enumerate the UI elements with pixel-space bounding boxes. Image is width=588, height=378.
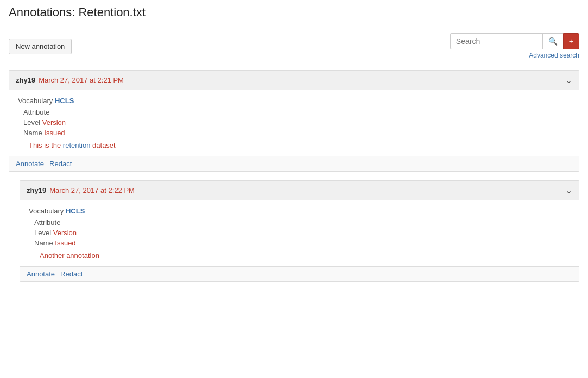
vocabulary-value: HCLS (66, 207, 85, 215)
annotation-body: Vocabulary HCLSAttributeLevel VersionNam… (20, 200, 579, 266)
advanced-search-link[interactable]: Advanced search (529, 52, 579, 59)
level-label: Level (34, 229, 53, 237)
annotation-footer: AnnotateRedact (20, 266, 579, 281)
annotation-user: zhy19 (27, 186, 46, 194)
annotation-header: zhy19March 27, 2017 at 2:21 PM⌄ (9, 71, 579, 90)
name-row: Name Issued (23, 129, 570, 137)
annotations-list: zhy19March 27, 2017 at 2:21 PM⌄Vocabular… (9, 70, 579, 282)
redact-link[interactable]: Redact (60, 270, 83, 278)
vocabulary-value: HCLS (55, 97, 74, 105)
name-value: Issued (55, 239, 75, 247)
name-row: Name Issued (34, 239, 570, 247)
annotate-link[interactable]: Annotate (27, 270, 55, 278)
annotation-user: zhy19 (16, 76, 35, 84)
annotation-text: This is the retention dataset (29, 141, 570, 149)
search-area: 🔍 + Advanced search (450, 33, 579, 59)
name-label: Name (34, 239, 55, 247)
annotation-footer: AnnotateRedact (9, 156, 579, 171)
annotation-date: March 27, 2017 at 2:22 PM (49, 186, 135, 194)
page-title: Annotations: Retention.txt (9, 5, 579, 24)
level-value: Version (53, 229, 77, 237)
annotate-link[interactable]: Annotate (16, 160, 44, 168)
highlighted-text: retention (63, 141, 91, 149)
new-annotation-button[interactable]: New annotation (9, 39, 72, 54)
attribute-row: Attribute (34, 218, 570, 226)
annotation-header: zhy19March 27, 2017 at 2:22 PM⌄ (20, 181, 579, 200)
annotation-card: zhy19March 27, 2017 at 2:21 PM⌄Vocabular… (9, 70, 579, 172)
annotation-card: zhy19March 27, 2017 at 2:22 PM⌄Vocabular… (20, 180, 579, 282)
annotation-date: March 27, 2017 at 2:21 PM (39, 76, 124, 84)
vocabulary-label: Vocabulary (29, 207, 66, 215)
level-value: Version (42, 118, 66, 127)
search-row: 🔍 + (450, 33, 579, 49)
vocabulary-row: Vocabulary HCLS (29, 207, 570, 215)
level-label: Level (23, 118, 42, 127)
name-label: Name (23, 129, 44, 137)
chevron-down-icon[interactable]: ⌄ (565, 185, 572, 196)
search-input[interactable] (450, 33, 542, 49)
plus-icon: + (569, 37, 573, 46)
add-button[interactable]: + (563, 33, 579, 49)
search-icon: 🔍 (548, 37, 558, 46)
attribute-section: AttributeLevel VersionName Issued (34, 218, 570, 247)
annotation-header-left: zhy19March 27, 2017 at 2:21 PM (16, 76, 124, 84)
chevron-down-icon[interactable]: ⌄ (565, 75, 572, 85)
attribute-row: Attribute (23, 108, 570, 116)
name-value: Issued (44, 129, 65, 137)
vocabulary-label: Vocabulary (18, 97, 55, 105)
annotation-body: Vocabulary HCLSAttributeLevel VersionNam… (9, 90, 579, 156)
toolbar: New annotation 🔍 + Advanced search (9, 33, 579, 59)
vocabulary-row: Vocabulary HCLS (18, 97, 570, 105)
search-button[interactable]: 🔍 (542, 33, 563, 49)
redact-link[interactable]: Redact (49, 160, 72, 168)
annotation-text: Another annotation (40, 251, 570, 260)
level-row: Level Version (23, 118, 570, 127)
attribute-section: AttributeLevel VersionName Issued (23, 108, 570, 137)
level-row: Level Version (34, 229, 570, 237)
annotation-header-left: zhy19March 27, 2017 at 2:22 PM (27, 186, 135, 194)
